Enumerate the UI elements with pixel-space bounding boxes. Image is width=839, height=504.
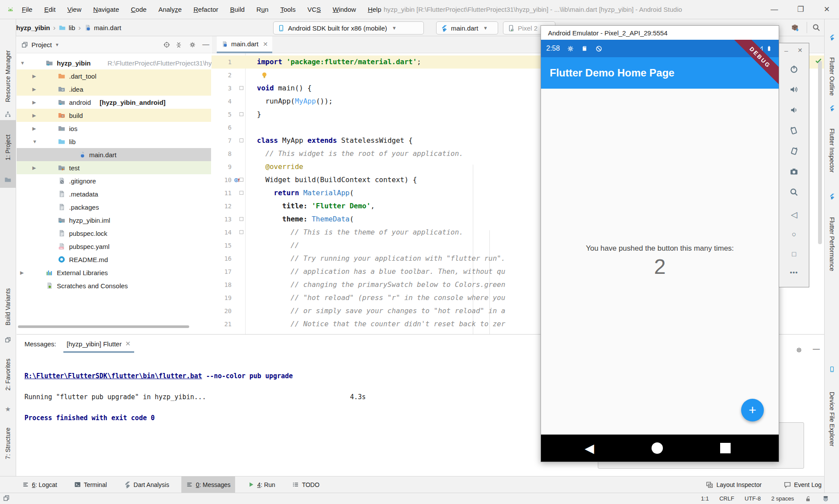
fold-marker[interactable] bbox=[239, 86, 243, 90]
inspection-status-icon[interactable] bbox=[815, 56, 822, 65]
tree-collapse-icon[interactable]: ▶ bbox=[20, 270, 24, 276]
emulator-home-button[interactable]: ○ bbox=[792, 230, 796, 239]
tree-row[interactable]: main.dart bbox=[17, 148, 211, 161]
tree-collapse-icon[interactable]: ▶ bbox=[32, 86, 36, 92]
stripe-resource-manager[interactable]: Resource Manager bbox=[0, 44, 16, 109]
emulator-camera-button[interactable] bbox=[789, 167, 799, 176]
window-close-button[interactable]: ✕ bbox=[815, 0, 839, 19]
stripe-structure[interactable]: 7: Structure bbox=[0, 418, 16, 469]
search-everywhere-button[interactable] bbox=[812, 23, 821, 32]
stripe-favorites[interactable]: 2: Favorites bbox=[0, 349, 16, 400]
tab-close-icon[interactable]: ✕ bbox=[263, 41, 268, 48]
device-selector-dropdown[interactable]: Android SDK built for x86 (mobile)▼ bbox=[273, 21, 424, 35]
toolwindow-button-todo[interactable]: TODO bbox=[288, 476, 324, 493]
emulator-overview-button[interactable]: □ bbox=[792, 250, 796, 258]
editor-tab-main-dart[interactable]: main.dart✕ bbox=[217, 36, 272, 53]
tree-row[interactable]: ▶android [hyzp_yibin_android] bbox=[17, 96, 211, 109]
sdk-manager-button[interactable] bbox=[790, 23, 800, 32]
panel-settings-icon[interactable] bbox=[187, 41, 198, 48]
breadcrumb-item[interactable]: lib bbox=[69, 24, 75, 31]
emulator-back-button[interactable]: ◁ bbox=[791, 210, 797, 220]
fold-marker[interactable] bbox=[239, 178, 243, 182]
breadcrumb-item[interactable]: main.dart bbox=[94, 24, 121, 31]
tree-row[interactable]: ▶.dart_tool bbox=[17, 69, 211, 83]
tree-row[interactable]: .metadata bbox=[17, 187, 211, 200]
statusbar-button-layout-inspector[interactable]: Layout Inspector bbox=[701, 476, 766, 493]
fold-marker[interactable] bbox=[239, 217, 243, 221]
window-minimize-button[interactable]: — bbox=[762, 0, 787, 19]
status-encoding[interactable]: UTF-8 bbox=[739, 495, 766, 502]
emulator-minimize-button[interactable]: – bbox=[784, 47, 788, 54]
tab-close-icon[interactable]: ✕ bbox=[125, 340, 131, 348]
tree-collapse-icon[interactable]: ▶ bbox=[32, 126, 36, 131]
emulator-screen[interactable]: 2:58Flutter Demo Home PageDEBUGYou have … bbox=[541, 40, 779, 462]
fold-marker[interactable] bbox=[239, 138, 243, 142]
tree-row[interactable]: ▶External Libraries bbox=[17, 266, 211, 279]
increment-fab[interactable]: + bbox=[741, 399, 764, 421]
menu-navigate[interactable]: Navigate bbox=[92, 4, 120, 15]
stripe-flutter-inspector[interactable]: Flutter Inspector bbox=[825, 114, 839, 186]
editor-scrollbar-thumb[interactable] bbox=[818, 61, 822, 244]
tree-row[interactable]: README.md bbox=[17, 253, 211, 266]
toolwindow-button-0-messages[interactable]: 0: Messages bbox=[181, 476, 235, 493]
window-maximize-button[interactable]: ❐ bbox=[788, 0, 813, 19]
stripe-flutter-performance[interactable]: Flutter Performance bbox=[825, 203, 839, 286]
menu-vcs[interactable]: VCS bbox=[306, 4, 322, 15]
tree-row[interactable]: .packages bbox=[17, 200, 211, 214]
tree-row[interactable]: ▶.idea bbox=[17, 83, 211, 96]
fold-marker[interactable] bbox=[239, 191, 243, 195]
messages-tab-flutter[interactable]: [hyzp_yibin] Flutter✕ bbox=[63, 335, 134, 353]
emulator-magnify-button[interactable] bbox=[789, 187, 799, 197]
emulator-vol-up-button[interactable] bbox=[789, 85, 799, 94]
fold-marker[interactable] bbox=[239, 112, 243, 116]
menu-help[interactable]: Help bbox=[367, 4, 382, 15]
collapse-all-icon[interactable] bbox=[173, 41, 184, 48]
run-config-dropdown[interactable]: main.dart▼ bbox=[436, 21, 498, 35]
statusbar-button-event-log[interactable]: Event Log bbox=[779, 476, 826, 493]
status-indent-size[interactable]: 2 spaces bbox=[766, 495, 799, 502]
emulator-vol-down-button[interactable] bbox=[789, 105, 799, 115]
tree-collapse-icon[interactable]: ▶ bbox=[32, 113, 36, 118]
panel-hide-icon[interactable]: — bbox=[201, 41, 211, 48]
status-line-ending[interactable]: CRLF bbox=[714, 495, 739, 502]
stripe-build-variants[interactable]: Build Variants bbox=[0, 280, 16, 334]
tree-row[interactable]: ▶test bbox=[17, 161, 211, 174]
emulator-rot-right-button[interactable] bbox=[789, 146, 799, 156]
emulator-window[interactable]: Android Emulator - Pixel_2_API_29:55542:… bbox=[541, 25, 779, 462]
tree-collapse-icon[interactable]: ▶ bbox=[32, 165, 36, 171]
emulator-power-button[interactable] bbox=[789, 64, 799, 74]
nav-home-button[interactable] bbox=[652, 442, 663, 454]
tree-expand-icon[interactable]: ▼ bbox=[20, 60, 25, 66]
tree-row[interactable]: ▶ios bbox=[17, 122, 211, 135]
intention-bulb-icon[interactable] bbox=[260, 71, 268, 79]
tree-row[interactable]: YMLpubspec.yaml bbox=[17, 240, 211, 253]
menu-build[interactable]: Build bbox=[229, 4, 245, 15]
menu-edit[interactable]: Edit bbox=[43, 4, 56, 15]
tree-row[interactable]: Scratches and Consoles bbox=[17, 279, 211, 292]
console-link[interactable]: R:\Flutter\FlutterSDK\flutter\bin\flutte… bbox=[24, 372, 202, 380]
toolwindow-button-4-run[interactable]: 4: Run bbox=[243, 476, 280, 493]
tree-row[interactable]: ▶build bbox=[17, 109, 211, 122]
menu-view[interactable]: View bbox=[66, 4, 82, 15]
tree-expand-icon[interactable]: ▼ bbox=[32, 139, 37, 144]
toolwindow-button-terminal[interactable]: Terminal bbox=[69, 476, 111, 493]
toolwindow-button-dart-analysis[interactable]: Dart Analysis bbox=[119, 476, 174, 493]
notifications-icon[interactable] bbox=[817, 495, 839, 502]
stripe-device-file-explorer[interactable]: Device File Explorer bbox=[825, 376, 839, 463]
fold-marker[interactable] bbox=[239, 230, 243, 234]
messages-settings-button[interactable] bbox=[795, 346, 803, 354]
menu-code[interactable]: Code bbox=[130, 4, 148, 15]
nav-back-button[interactable]: ◀ bbox=[585, 441, 594, 456]
menu-file[interactable]: File bbox=[21, 4, 33, 15]
messages-hide-button[interactable]: — bbox=[813, 345, 820, 353]
project-horizontal-scrollbar[interactable] bbox=[18, 325, 189, 328]
tree-row[interactable]: pubspec.lock bbox=[17, 227, 211, 240]
emulator-more-button[interactable]: ••• bbox=[790, 269, 798, 276]
menu-analyze[interactable]: Analyze bbox=[157, 4, 182, 15]
menu-tools[interactable]: Tools bbox=[279, 4, 296, 15]
stripe-flutter-outline[interactable]: Flutter Outline bbox=[825, 44, 839, 109]
toolwindow-switcher-icon[interactable] bbox=[3, 494, 10, 502]
menu-window[interactable]: Window bbox=[332, 4, 357, 15]
nav-overview-button[interactable] bbox=[720, 443, 731, 453]
lock-icon[interactable] bbox=[799, 495, 817, 502]
